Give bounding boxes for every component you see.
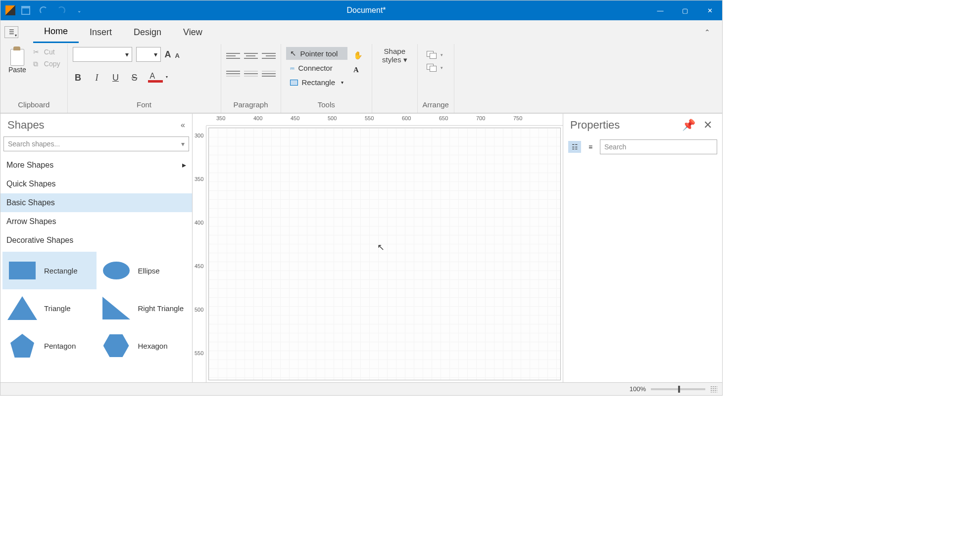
properties-search-input[interactable]: Search [600, 139, 717, 154]
canvas-area: 350400450500550600650700750 300350400450… [193, 114, 563, 382]
save-icon [21, 6, 30, 15]
pointer-icon: ↖ [290, 49, 296, 58]
paste-label: Paste [8, 66, 26, 74]
align-left-button[interactable] [226, 53, 240, 67]
chevron-right-icon: ▸ [182, 160, 186, 170]
group-tools: ↖Pointer tool ⎓Connector Rectangle▾ ✋ A … [281, 44, 373, 113]
category-more-shapes[interactable]: More Shapes▸ [0, 155, 192, 175]
file-menu-button[interactable]: ☰ [4, 26, 18, 38]
text-icon: A [353, 66, 359, 74]
hand-icon: ✋ [353, 51, 363, 60]
group-label-font: Font [73, 98, 216, 112]
copy-icon: ⧉ [33, 60, 41, 68]
shape-rectangle[interactable]: Rectangle [2, 252, 97, 289]
maximize-button[interactable]: ▢ [673, 0, 697, 20]
qat-dropdown[interactable]: ⌄ [74, 5, 85, 16]
underline-button[interactable]: U [110, 73, 121, 83]
font-family-combo[interactable]: ▾ [73, 47, 132, 62]
rectangle-icon [290, 80, 298, 86]
align-center-button[interactable] [244, 53, 258, 67]
save-button[interactable] [20, 5, 31, 16]
properties-title: Properties [570, 119, 620, 132]
resize-grip[interactable] [710, 386, 717, 393]
italic-button[interactable]: I [92, 73, 102, 83]
undo-icon [40, 6, 48, 14]
properties-close-button[interactable]: ✕ [700, 119, 715, 132]
zoom-slider[interactable] [651, 388, 705, 390]
properties-panel: Properties 📌 ✕ ☷ ≡ Search [563, 114, 722, 382]
category-quick-shapes[interactable]: Quick Shapes [0, 175, 192, 193]
vertical-ruler: 300350400450500550 [193, 126, 206, 382]
category-decorative-shapes[interactable]: Decorative Shapes [0, 231, 192, 250]
shapes-search-input[interactable]: Search shapes...▾ [3, 136, 189, 151]
quick-access-toolbar: ⌄ [20, 5, 85, 16]
app-logo-icon [5, 5, 15, 15]
group-font: ▾ ▾ A A B I U S Font [68, 44, 221, 113]
drawing-canvas[interactable]: ↖ [208, 128, 561, 380]
shape-pentagon[interactable]: Pentagon [2, 327, 97, 364]
list-view-button[interactable]: ≡ [584, 141, 597, 153]
minimize-button[interactable]: — [648, 0, 673, 20]
group-label-paragraph: Paragraph [226, 98, 276, 112]
bring-front-button[interactable] [427, 51, 438, 59]
group-arrange: ▾ ▾ Arrange [418, 44, 454, 113]
status-bar: 100% [0, 382, 722, 395]
scissors-icon: ✂ [33, 48, 41, 56]
shrink-font-button[interactable]: A [175, 52, 180, 59]
shape-right-triangle[interactable]: Right Triangle [97, 289, 191, 327]
undo-button[interactable] [38, 5, 49, 16]
group-label-clipboard: Clipboard [5, 98, 62, 112]
shapes-panel: Shapes « Search shapes...▾ More Shapes▸ … [0, 114, 193, 382]
close-button[interactable]: ✕ [697, 0, 722, 20]
text-tool-button[interactable]: A [349, 64, 367, 76]
categorized-view-button[interactable]: ☷ [568, 141, 581, 153]
grow-font-button[interactable]: A [165, 49, 171, 60]
document-title: Document* [85, 6, 648, 15]
titlebar: ⌄ Document* — ▢ ✕ [0, 0, 722, 20]
shapes-panel-title: Shapes [7, 119, 45, 132]
shape-triangle[interactable]: Triangle [2, 289, 97, 327]
clipboard-icon [10, 49, 24, 66]
ribbon-tabs: ☰ Home Insert Design View ⌃ [0, 20, 722, 44]
font-size-combo[interactable]: ▾ [136, 47, 161, 62]
ribbon-body: Paste ✂Cut ⧉Copy Clipboard ▾ ▾ A A [0, 44, 722, 113]
bold-button[interactable]: B [73, 73, 84, 83]
group-clipboard: Paste ✂Cut ⧉Copy Clipboard [0, 44, 68, 113]
tab-insert[interactable]: Insert [79, 22, 123, 43]
shape-styles-button[interactable]: Shape styles ▾ [377, 47, 412, 64]
pointer-cursor-icon: ↖ [377, 242, 385, 253]
valign-bottom-button[interactable] [262, 71, 276, 85]
pointer-tool-button[interactable]: ↖Pointer tool [286, 47, 348, 60]
align-right-button[interactable] [262, 53, 276, 67]
paste-button[interactable]: Paste [5, 47, 29, 76]
redo-button[interactable] [56, 5, 67, 16]
send-back-button[interactable] [427, 64, 438, 72]
zoom-label: 100% [630, 385, 646, 393]
copy-button[interactable]: ⧉Copy [31, 59, 62, 69]
shape-ellipse[interactable]: Ellipse [97, 252, 191, 289]
valign-top-button[interactable] [226, 71, 240, 85]
tab-view[interactable]: View [172, 22, 213, 43]
shapes-collapse-button[interactable]: « [181, 121, 185, 130]
connector-tool-button[interactable]: ⎓Connector [286, 62, 348, 74]
tab-design[interactable]: Design [123, 22, 172, 43]
shape-hexagon[interactable]: Hexagon [97, 327, 191, 364]
group-label-arrange: Arrange [423, 98, 449, 112]
strike-button[interactable]: S [129, 73, 140, 83]
shape-gallery: RectangleEllipseTriangleRight TrianglePe… [0, 250, 192, 366]
ribbon-collapse-button[interactable]: ⌃ [696, 24, 718, 40]
category-basic-shapes[interactable]: Basic Shapes [0, 193, 192, 212]
pin-button[interactable]: 📌 [677, 119, 700, 132]
rectangle-tool-button[interactable]: Rectangle▾ [286, 76, 348, 89]
category-arrow-shapes[interactable]: Arrow Shapes [0, 212, 192, 231]
group-paragraph: Paragraph [221, 44, 281, 113]
ribbon: ☰ Home Insert Design View ⌃ Paste ✂Cut ⧉… [0, 20, 722, 114]
app-window: ⌄ Document* — ▢ ✕ ☰ Home Insert Design V… [0, 0, 723, 396]
tab-home[interactable]: Home [33, 21, 79, 43]
main-area: Shapes « Search shapes...▾ More Shapes▸ … [0, 114, 722, 382]
font-color-button[interactable] [148, 74, 163, 83]
cut-button[interactable]: ✂Cut [31, 47, 62, 57]
valign-middle-button[interactable] [244, 71, 258, 85]
group-shape-styles: Shape styles ▾ [372, 44, 418, 113]
pan-tool-button[interactable]: ✋ [349, 49, 367, 62]
